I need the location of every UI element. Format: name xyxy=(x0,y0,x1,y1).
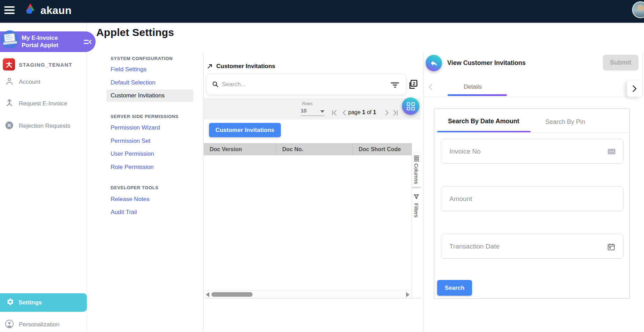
sidebar-item-settings[interactable]: Settings xyxy=(0,293,87,312)
sidebar-item-label: Account xyxy=(19,79,40,86)
nav-item-field-settings[interactable]: Field Settings xyxy=(111,66,147,73)
nav-item-role-permission[interactable]: Role Permission xyxy=(111,164,154,171)
card-tab-border xyxy=(435,132,629,133)
search-icon xyxy=(212,81,219,89)
sidebar: My E-Invoice Portal Applet xyxy=(0,23,87,332)
horizontal-scrollbar[interactable] xyxy=(204,290,412,298)
nav-item-release-notes[interactable]: Release Notes xyxy=(111,196,150,203)
pages-2-icon[interactable]: 2 xyxy=(407,79,419,91)
brand-logo: akaun xyxy=(23,3,72,18)
grid-view-button[interactable] xyxy=(402,97,419,115)
columns-rail-label: Columns xyxy=(413,163,419,184)
nav-item-user-permission[interactable]: User Permission xyxy=(111,150,154,157)
page-current: 1 xyxy=(362,109,365,115)
brand-triangle-icon xyxy=(23,3,38,18)
nav-item-audit-trail[interactable]: Audit Trail xyxy=(111,209,137,216)
open-in-new-arrow-icon[interactable] xyxy=(207,63,213,71)
last-page-icon[interactable] xyxy=(392,110,398,116)
rows-per-page-select[interactable]: 10 xyxy=(301,107,324,116)
tab-scroll-right-button[interactable] xyxy=(627,81,642,97)
scroll-left-icon[interactable] xyxy=(206,292,209,297)
table-bottom-border xyxy=(204,298,421,298)
nav-section-heading: DEVELOPER TOOLS xyxy=(111,185,158,190)
card-tab-search-by-date-amount[interactable]: Search By Date Amount xyxy=(448,118,519,125)
applet-name: My E-Invoice Portal Applet xyxy=(22,34,58,49)
filters-rail-tab[interactable]: Filters xyxy=(412,191,421,217)
gear-icon xyxy=(6,298,14,307)
top-bar: akaun xyxy=(0,0,644,23)
scrollbar-thumb[interactable] xyxy=(211,292,253,297)
brand-name: akaun xyxy=(40,5,72,16)
card-search-button[interactable]: Search xyxy=(437,280,472,296)
funnel-icon xyxy=(413,194,419,201)
tab-strip-right-border xyxy=(642,52,643,97)
column-header-doc-short-code[interactable]: Doc Short Code xyxy=(352,143,412,155)
chevron-down-icon xyxy=(320,110,324,113)
nav-item-customer-invitations-selected[interactable]: Customer Invitations xyxy=(106,89,193,102)
tab-details[interactable]: Details xyxy=(454,83,492,90)
sidebar-item-label: Request E-Invoice xyxy=(19,100,67,107)
first-page-icon[interactable] xyxy=(331,110,338,116)
app-root: akaun My E-Invoice Portal Applet xyxy=(0,0,644,332)
back-button[interactable] xyxy=(426,55,442,71)
table-side-rail: Columns Filters xyxy=(412,142,421,298)
previous-page-icon[interactable] xyxy=(341,110,347,116)
search-card: Search By Date Amount Search By Pin Sear… xyxy=(434,109,630,299)
page-indicator: page 1 of 1 xyxy=(348,109,376,116)
collapse-sidebar-icon[interactable] xyxy=(83,37,92,46)
sidebar-item-account[interactable]: Account xyxy=(0,75,87,89)
filters-rail-label: Filters xyxy=(413,203,419,217)
tab-strip-border xyxy=(424,97,627,97)
sidebar-item-request-einvoice[interactable]: Request E-Invoice xyxy=(0,97,87,111)
filter-list-icon[interactable] xyxy=(390,80,399,91)
details-tab-underline xyxy=(448,94,507,96)
calendar-icon[interactable] xyxy=(607,243,615,252)
card-tab-search-by-pin[interactable]: Search By Pin xyxy=(545,118,585,126)
page-total: 1 xyxy=(373,109,376,115)
personalization-icon xyxy=(5,319,14,330)
column-header-doc-no[interactable]: Doc No. xyxy=(276,143,352,155)
sidebar-item-label: Settings xyxy=(18,299,42,306)
rows-label: Rows xyxy=(302,101,313,106)
reply-arrow-icon xyxy=(430,59,438,67)
transaction-date-input[interactable] xyxy=(441,234,623,258)
hamburger-menu-icon[interactable] xyxy=(4,6,15,15)
customer-invitations-button[interactable]: Customer Invitations xyxy=(209,123,281,137)
rail-divider xyxy=(412,187,421,188)
sidebar-item-label: Rejection Requests xyxy=(19,123,70,130)
table-body-empty xyxy=(204,155,412,290)
amount-field xyxy=(441,186,623,211)
nav-section-heading: SYSTEM CONFIGURATION xyxy=(111,56,173,61)
search-input[interactable] xyxy=(222,74,382,95)
ellipsis-lookup-icon[interactable] xyxy=(608,149,615,154)
nav-item-default-selection[interactable]: Default Selection xyxy=(111,79,156,86)
transaction-date-field xyxy=(441,234,623,259)
next-page-icon[interactable] xyxy=(384,110,390,116)
columns-lines-icon xyxy=(414,156,419,161)
column-header-doc-version[interactable]: Doc Version xyxy=(204,143,276,155)
list-panel-title: Customer Invitations xyxy=(216,63,275,70)
submit-button[interactable]: Submit xyxy=(603,55,638,71)
applet-illustration-icon xyxy=(0,30,20,49)
nav-item-label: Customer Invitations xyxy=(111,92,165,99)
grid-icon xyxy=(407,102,415,110)
tab-scroll-left-icon[interactable] xyxy=(428,83,434,91)
tenant-icon xyxy=(3,58,15,71)
nav-item-permission-wizard[interactable]: Permission Wizard xyxy=(111,124,160,131)
sidebar-item-personalization[interactable]: Personalization xyxy=(0,318,87,332)
user-avatar[interactable] xyxy=(632,1,644,18)
invoice-no-input[interactable] xyxy=(441,139,623,163)
panel-divider-right xyxy=(424,52,424,332)
detail-panel-title: View Customer Invitations xyxy=(447,59,526,67)
nav-item-permission-set[interactable]: Permission Set xyxy=(111,138,150,145)
sidebar-item-rejection-requests[interactable]: Rejection Requests xyxy=(0,119,87,133)
scroll-right-icon[interactable] xyxy=(406,292,410,297)
sidebar-item-label: Personalization xyxy=(19,321,59,328)
request-einvoice-icon xyxy=(5,98,14,109)
sidebar-item-tenant[interactable]: STAGING_TENANT xyxy=(0,58,87,72)
nav-section-heading: SERVER SIDE PERMISSIONS xyxy=(111,114,179,119)
columns-rail-tab[interactable]: Columns xyxy=(412,153,421,184)
svg-text:2: 2 xyxy=(413,81,415,86)
chevron-right-icon xyxy=(632,85,637,93)
amount-input[interactable] xyxy=(441,187,623,211)
